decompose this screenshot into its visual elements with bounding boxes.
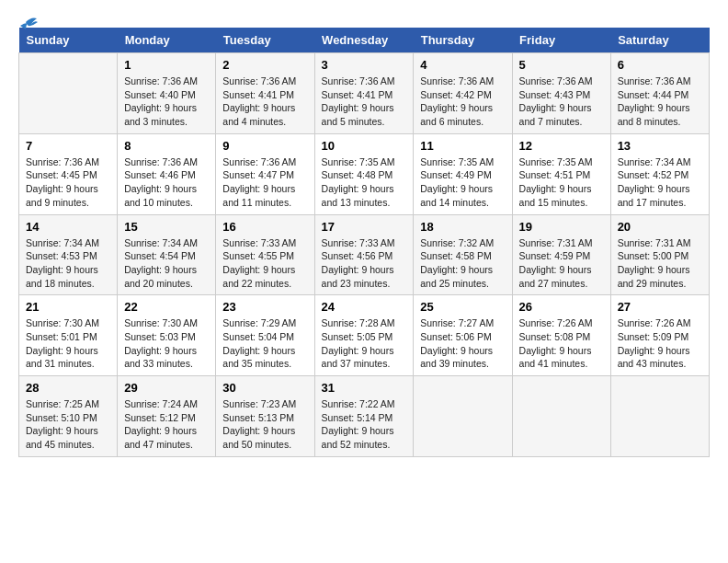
day-info: Sunrise: 7:24 AM Sunset: 5:12 PM Dayligh… [124, 397, 209, 452]
calendar-cell: 1Sunrise: 7:36 AM Sunset: 4:40 PM Daylig… [118, 53, 216, 134]
day-info: Sunrise: 7:30 AM Sunset: 5:03 PM Dayligh… [124, 316, 209, 371]
day-info: Sunrise: 7:34 AM Sunset: 4:53 PM Dayligh… [26, 236, 110, 291]
day-info: Sunrise: 7:36 AM Sunset: 4:42 PM Dayligh… [420, 75, 505, 129]
calendar-cell: 24Sunrise: 7:28 AM Sunset: 5:05 PM Dayli… [314, 295, 414, 376]
calendar-cell: 7Sunrise: 7:36 AM Sunset: 4:45 PM Daylig… [19, 133, 118, 214]
day-number: 21 [26, 300, 110, 314]
day-info: Sunrise: 7:34 AM Sunset: 4:52 PM Dayligh… [618, 155, 702, 210]
day-number: 20 [618, 220, 702, 234]
header-wednesday: Wednesday [314, 28, 414, 53]
day-number: 5 [519, 58, 604, 72]
header-monday: Monday [118, 28, 216, 53]
day-info: Sunrise: 7:31 AM Sunset: 5:00 PM Dayligh… [618, 236, 702, 291]
day-number: 25 [420, 300, 505, 314]
day-info: Sunrise: 7:36 AM Sunset: 4:47 PM Dayligh… [222, 155, 307, 210]
calendar-cell: 6Sunrise: 7:36 AM Sunset: 4:44 PM Daylig… [610, 53, 709, 134]
day-number: 9 [222, 139, 307, 153]
calendar-cell [512, 376, 610, 457]
calendar-cell: 17Sunrise: 7:33 AM Sunset: 4:56 PM Dayli… [314, 214, 414, 295]
day-info: Sunrise: 7:35 AM Sunset: 4:48 PM Dayligh… [322, 155, 407, 210]
day-info: Sunrise: 7:27 AM Sunset: 5:06 PM Dayligh… [420, 316, 505, 371]
week-row-2: 7Sunrise: 7:36 AM Sunset: 4:45 PM Daylig… [19, 133, 710, 214]
day-number: 4 [420, 58, 505, 72]
day-number: 14 [26, 220, 110, 234]
day-number: 31 [322, 381, 407, 395]
calendar-cell: 3Sunrise: 7:36 AM Sunset: 4:41 PM Daylig… [314, 53, 414, 134]
day-number: 1 [124, 58, 209, 72]
calendar-cell [19, 53, 118, 134]
day-info: Sunrise: 7:36 AM Sunset: 4:41 PM Dayligh… [222, 75, 307, 129]
calendar-cell: 28Sunrise: 7:25 AM Sunset: 5:10 PM Dayli… [19, 376, 118, 457]
day-info: Sunrise: 7:35 AM Sunset: 4:49 PM Dayligh… [420, 155, 505, 210]
week-row-4: 21Sunrise: 7:30 AM Sunset: 5:01 PM Dayli… [19, 295, 710, 376]
day-info: Sunrise: 7:32 AM Sunset: 4:58 PM Dayligh… [420, 236, 505, 291]
calendar-cell: 31Sunrise: 7:22 AM Sunset: 5:14 PM Dayli… [314, 376, 414, 457]
calendar-cell: 20Sunrise: 7:31 AM Sunset: 5:00 PM Dayli… [610, 214, 709, 295]
calendar-cell: 14Sunrise: 7:34 AM Sunset: 4:53 PM Dayli… [19, 214, 118, 295]
calendar-cell: 5Sunrise: 7:36 AM Sunset: 4:43 PM Daylig… [512, 53, 610, 134]
calendar-cell: 18Sunrise: 7:32 AM Sunset: 4:58 PM Dayli… [414, 214, 512, 295]
day-number: 28 [26, 381, 110, 395]
week-row-3: 14Sunrise: 7:34 AM Sunset: 4:53 PM Dayli… [19, 214, 710, 295]
header-friday: Friday [512, 28, 610, 53]
day-number: 23 [222, 300, 307, 314]
day-number: 3 [322, 58, 407, 72]
day-info: Sunrise: 7:36 AM Sunset: 4:46 PM Dayligh… [124, 155, 209, 210]
day-number: 27 [618, 300, 702, 314]
day-number: 10 [322, 139, 407, 153]
calendar-cell [414, 376, 512, 457]
day-info: Sunrise: 7:36 AM Sunset: 4:43 PM Dayligh… [519, 75, 604, 129]
day-number: 29 [124, 381, 209, 395]
calendar-cell: 11Sunrise: 7:35 AM Sunset: 4:49 PM Dayli… [414, 133, 512, 214]
day-info: Sunrise: 7:36 AM Sunset: 4:44 PM Dayligh… [618, 75, 702, 129]
calendar-cell: 22Sunrise: 7:30 AM Sunset: 5:03 PM Dayli… [118, 295, 216, 376]
calendar-header-row: SundayMondayTuesdayWednesdayThursdayFrid… [19, 28, 710, 53]
day-info: Sunrise: 7:29 AM Sunset: 5:04 PM Dayligh… [222, 316, 307, 371]
day-number: 17 [322, 220, 407, 234]
calendar-cell: 12Sunrise: 7:35 AM Sunset: 4:51 PM Dayli… [512, 133, 610, 214]
day-number: 24 [322, 300, 407, 314]
day-info: Sunrise: 7:36 AM Sunset: 4:40 PM Dayligh… [124, 75, 209, 129]
day-info: Sunrise: 7:26 AM Sunset: 5:08 PM Dayligh… [519, 316, 604, 371]
header-saturday: Saturday [610, 28, 709, 53]
day-number: 11 [420, 139, 505, 153]
day-info: Sunrise: 7:23 AM Sunset: 5:13 PM Dayligh… [222, 397, 307, 452]
day-number: 15 [124, 220, 209, 234]
calendar-cell: 30Sunrise: 7:23 AM Sunset: 5:13 PM Dayli… [216, 376, 314, 457]
calendar-cell: 2Sunrise: 7:36 AM Sunset: 4:41 PM Daylig… [216, 53, 314, 134]
calendar-cell: 19Sunrise: 7:31 AM Sunset: 4:59 PM Dayli… [512, 214, 610, 295]
day-info: Sunrise: 7:28 AM Sunset: 5:05 PM Dayligh… [322, 316, 407, 371]
calendar-cell: 16Sunrise: 7:33 AM Sunset: 4:55 PM Dayli… [216, 214, 314, 295]
day-number: 6 [618, 58, 702, 72]
day-number: 18 [420, 220, 505, 234]
calendar-cell: 29Sunrise: 7:24 AM Sunset: 5:12 PM Dayli… [118, 376, 216, 457]
calendar-table: SundayMondayTuesdayWednesdayThursdayFrid… [18, 28, 710, 457]
day-number: 12 [519, 139, 604, 153]
day-info: Sunrise: 7:26 AM Sunset: 5:09 PM Dayligh… [618, 316, 702, 371]
day-number: 30 [222, 381, 307, 395]
header-thursday: Thursday [414, 28, 512, 53]
calendar-cell: 8Sunrise: 7:36 AM Sunset: 4:46 PM Daylig… [118, 133, 216, 214]
day-info: Sunrise: 7:34 AM Sunset: 4:54 PM Dayligh… [124, 236, 209, 291]
week-row-1: 1Sunrise: 7:36 AM Sunset: 4:40 PM Daylig… [19, 53, 710, 134]
header-tuesday: Tuesday [216, 28, 314, 53]
calendar-cell [610, 376, 709, 457]
calendar-cell: 10Sunrise: 7:35 AM Sunset: 4:48 PM Dayli… [314, 133, 414, 214]
day-info: Sunrise: 7:22 AM Sunset: 5:14 PM Dayligh… [322, 397, 407, 452]
logo-bird-icon [18, 13, 39, 33]
calendar-cell: 15Sunrise: 7:34 AM Sunset: 4:54 PM Dayli… [118, 214, 216, 295]
day-info: Sunrise: 7:25 AM Sunset: 5:10 PM Dayligh… [26, 397, 110, 452]
day-info: Sunrise: 7:36 AM Sunset: 4:45 PM Dayligh… [26, 155, 110, 210]
calendar-cell: 27Sunrise: 7:26 AM Sunset: 5:09 PM Dayli… [610, 295, 709, 376]
day-number: 8 [124, 139, 209, 153]
day-number: 7 [26, 139, 110, 153]
day-number: 2 [222, 58, 307, 72]
week-row-5: 28Sunrise: 7:25 AM Sunset: 5:10 PM Dayli… [19, 376, 710, 457]
calendar-cell: 9Sunrise: 7:36 AM Sunset: 4:47 PM Daylig… [216, 133, 314, 214]
calendar-cell: 21Sunrise: 7:30 AM Sunset: 5:01 PM Dayli… [19, 295, 118, 376]
day-number: 26 [519, 300, 604, 314]
day-number: 13 [618, 139, 702, 153]
day-info: Sunrise: 7:33 AM Sunset: 4:56 PM Dayligh… [322, 236, 407, 291]
calendar-cell: 4Sunrise: 7:36 AM Sunset: 4:42 PM Daylig… [414, 53, 512, 134]
day-number: 19 [519, 220, 604, 234]
